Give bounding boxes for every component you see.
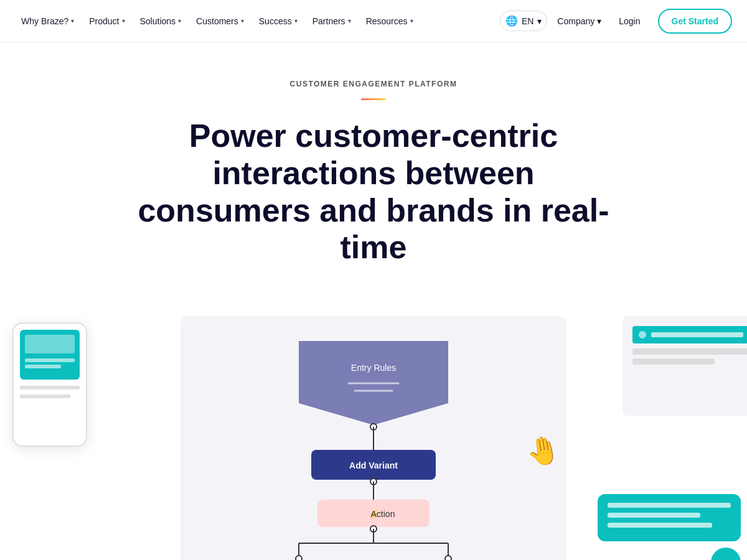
diagram-section: Entry Rules Add Variant ⚡ Action [0, 316, 747, 560]
nav-label-resources: Resources [366, 16, 408, 26]
chevron-down-icon: ▾ [537, 16, 542, 26]
language-selector[interactable]: 🌐 EN ▾ [500, 11, 547, 31]
chat-line-1 [608, 503, 731, 508]
nav-right: 🌐 EN ▾ Company ▾ Login Get Started [500, 9, 732, 34]
nav-item-success[interactable]: Success ▾ [253, 11, 304, 31]
chat-line-2 [608, 513, 700, 518]
action-label: Action [371, 509, 395, 519]
chevron-down-icon: ▾ [241, 17, 244, 24]
nav-label-success: Success [259, 16, 292, 26]
phone-bottom-line [20, 386, 80, 390]
language-label: EN [522, 16, 533, 26]
chevron-down-icon: ▾ [71, 17, 74, 24]
hero-section: CUSTOMER ENGAGEMENT PLATFORM Power custo… [0, 42, 747, 316]
chat-card [598, 494, 741, 541]
hero-eyebrow: CUSTOMER ENGAGEMENT PLATFORM [15, 80, 732, 88]
nav-item-partners[interactable]: Partners ▾ [306, 11, 357, 31]
get-started-button[interactable]: Get Started [658, 9, 732, 34]
right-card-gray-line-1 [632, 348, 747, 355]
phone-line-short [25, 365, 61, 368]
nav-label-why-braze: Why Braze? [21, 16, 68, 26]
chevron-down-icon: ▾ [122, 17, 125, 24]
chevron-down-icon: ▾ [410, 17, 413, 24]
nav-item-solutions[interactable]: Solutions ▾ [134, 11, 188, 31]
hero-title: Power customer-centric interactions betw… [125, 118, 622, 266]
navigation: Why Braze? ▾ Product ▾ Solutions ▾ Custo… [0, 0, 747, 42]
phone-bottom-line-short [20, 394, 70, 398]
chevron-down-icon: ▾ [294, 17, 298, 24]
get-started-label: Get Started [672, 16, 718, 26]
right-card-gray-line-2 [632, 358, 715, 365]
chevron-down-icon: ▾ [178, 17, 181, 24]
nav-item-product[interactable]: Product ▾ [83, 11, 131, 31]
chat-bubble-icon[interactable] [711, 548, 741, 560]
right-card-bar [632, 326, 747, 343]
nav-label-partners: Partners [312, 16, 345, 26]
phone-line [25, 358, 75, 362]
nav-item-customers[interactable]: Customers ▾ [190, 11, 250, 31]
globe-icon: 🌐 [505, 15, 518, 27]
svg-point-14 [296, 556, 302, 560]
phone-screen [20, 330, 80, 380]
phone-screen-inner [25, 335, 75, 353]
login-label: Login [619, 16, 640, 26]
right-card-dot [639, 331, 646, 338]
company-nav-item[interactable]: Company ▾ [557, 16, 601, 26]
nav-label-solutions: Solutions [140, 16, 176, 26]
hero-divider [361, 98, 386, 100]
svg-point-17 [445, 556, 451, 560]
flow-diagram: Entry Rules Add Variant ⚡ Action [193, 329, 554, 560]
phone-mockup [12, 322, 87, 447]
right-card [622, 316, 747, 416]
nav-items: Why Braze? ▾ Product ▾ Solutions ▾ Custo… [15, 11, 500, 31]
nav-item-resources[interactable]: Resources ▾ [360, 11, 420, 31]
bottom-right-area [585, 459, 747, 560]
add-variant-label: Add Variant [349, 460, 398, 470]
chat-line-3 [608, 523, 712, 528]
hand-cursor-icon: 🤚 [524, 432, 563, 470]
company-label: Company [557, 16, 594, 26]
login-button[interactable]: Login [611, 11, 647, 31]
chevron-down-icon: ▾ [597, 16, 601, 26]
diagram-card: Entry Rules Add Variant ⚡ Action [181, 316, 566, 560]
nav-item-why-braze[interactable]: Why Braze? ▾ [15, 11, 80, 31]
nav-label-customers: Customers [196, 16, 238, 26]
nav-label-product: Product [89, 16, 119, 26]
entry-rules-label: Entry Rules [351, 363, 396, 373]
right-card-line [651, 332, 743, 337]
chevron-down-icon: ▾ [348, 17, 351, 24]
